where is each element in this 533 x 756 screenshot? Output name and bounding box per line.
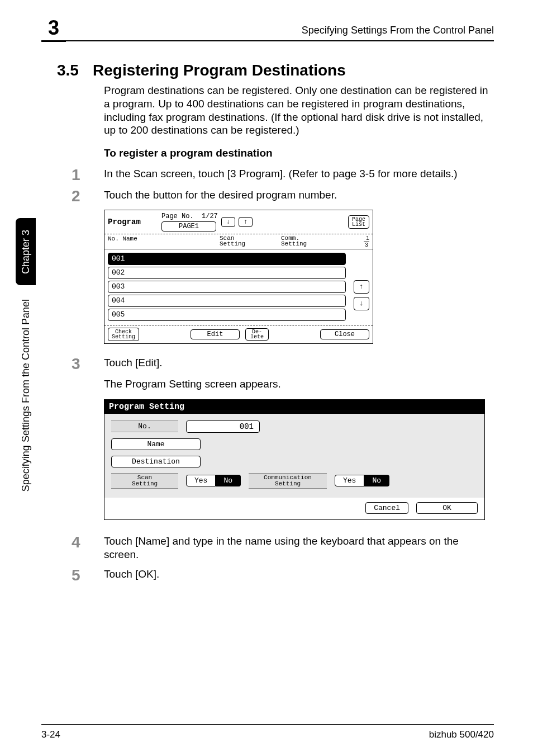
arrow-down-icon[interactable]: ↓ xyxy=(221,217,235,227)
footer-model: bizhub 500/420 xyxy=(429,729,494,740)
side-tab-chapter: Chapter 3 xyxy=(16,218,36,285)
step: 2 Touch the button for the desired progr… xyxy=(104,188,494,204)
section-title: Registering Program Destinations xyxy=(93,62,346,79)
panel-title: Program Setting xyxy=(104,400,484,414)
program-setting-panel: Program Setting No. 001 Name Destination… xyxy=(104,399,485,520)
col-comm-setting: Comm. Setting xyxy=(281,235,331,248)
page-no-value: 1/27 xyxy=(202,212,218,220)
destination-button[interactable]: Destination xyxy=(111,456,201,467)
footer-rule xyxy=(41,724,494,725)
program-row[interactable]: 002 xyxy=(108,267,346,279)
step-result-text: The Program Setting screen appears. xyxy=(104,377,494,391)
header-rule xyxy=(66,40,494,41)
step-text: Touch [Name] and type in the name using … xyxy=(104,535,494,562)
section-intro: Program destinations can be registered. … xyxy=(104,84,494,137)
step: 3 Touch [Edit]. xyxy=(104,356,494,372)
page-name-button[interactable]: PAGE1 xyxy=(161,221,216,231)
comm-setting-label: Communication Setting xyxy=(249,473,327,489)
check-setting-button[interactable]: Check Setting xyxy=(108,328,139,341)
section-number: 3.5 xyxy=(57,62,93,79)
no-label: No. xyxy=(111,420,178,432)
step: 1 In the Scan screen, touch [3 Program].… xyxy=(104,167,494,183)
cancel-button[interactable]: Cancel xyxy=(365,502,408,514)
chapter-number-box: 3 xyxy=(41,16,66,42)
panel-title: Program xyxy=(108,218,158,226)
list-arrow-down-icon[interactable]: ↓ xyxy=(354,297,369,310)
scan-setting-label: Scan Setting xyxy=(111,473,178,489)
ok-button[interactable]: OK xyxy=(416,502,478,514)
procedure-title: To register a program destination xyxy=(104,147,494,159)
step: 5 Touch [OK]. xyxy=(104,568,494,583)
col-no-name: No. Name xyxy=(108,235,220,248)
program-row[interactable]: 003 xyxy=(108,281,346,293)
scan-yes-button[interactable]: Yes xyxy=(186,475,216,486)
scan-setting-toggle: Yes No xyxy=(186,475,241,486)
program-list-panel: Program Page No. 1/27 PAGE1 ↓ ↑ Page Lis… xyxy=(104,210,373,344)
step-number: 4 xyxy=(72,535,104,562)
step: 4 Touch [Name] and type in the name usin… xyxy=(104,535,494,562)
no-value: 001 xyxy=(186,420,260,433)
step-number: 5 xyxy=(72,568,104,583)
list-arrow-up-icon[interactable]: ↑ xyxy=(354,280,369,294)
program-row[interactable]: 005 xyxy=(108,309,346,321)
step-number: 1 xyxy=(72,167,104,183)
col-scan-setting: Scan Setting xyxy=(220,235,281,248)
page-list-button[interactable]: Page List xyxy=(348,215,369,229)
step-number: 3 xyxy=(72,356,104,372)
page-no-label: Page No. xyxy=(161,212,194,220)
delete-button[interactable]: De- lete xyxy=(245,328,269,341)
program-row[interactable]: 001 xyxy=(108,253,346,265)
close-button[interactable]: Close xyxy=(320,329,369,339)
step-text: Touch [Edit]. xyxy=(104,356,163,372)
name-button[interactable]: Name xyxy=(111,438,201,450)
comm-setting-toggle: Yes No xyxy=(335,475,389,486)
scan-no-button[interactable]: No xyxy=(216,475,241,486)
program-row[interactable]: 004 xyxy=(108,295,346,307)
side-tab-title: Specifying Settings From the Control Pan… xyxy=(16,299,36,492)
running-title: Specifying Settings From the Control Pan… xyxy=(302,25,494,36)
footer-page-number: 3-24 xyxy=(41,729,60,740)
step-text: Touch the button for the desired program… xyxy=(104,188,337,204)
step-number: 2 xyxy=(72,188,104,204)
edit-button[interactable]: Edit xyxy=(191,329,240,339)
comm-yes-button[interactable]: Yes xyxy=(335,475,364,486)
arrow-up-icon[interactable]: ↑ xyxy=(239,217,253,227)
page-fraction: 13 xyxy=(331,235,369,248)
step-text: In the Scan screen, touch [3 Program]. (… xyxy=(104,167,458,183)
step-text: Touch [OK]. xyxy=(104,568,159,583)
comm-no-button[interactable]: No xyxy=(364,475,389,486)
